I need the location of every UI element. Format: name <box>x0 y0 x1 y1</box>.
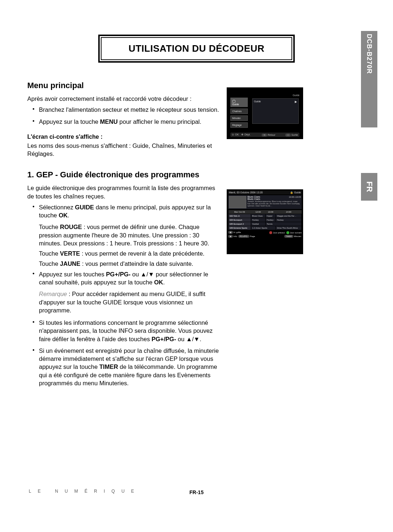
t-bold: TIMER <box>99 363 118 370</box>
page-footer: LE NUMÉRIQUE FR-15 <box>27 488 366 494</box>
t: Appuyez sur les touches <box>39 271 106 277</box>
t-bold: PG+/PG- <box>152 336 176 342</box>
bullet-select-guide: Sélectionnez GUIDE dans le menu principa… <box>32 203 220 220</box>
side-tab-lang: FR <box>361 173 377 201</box>
screenshot-epg: Mardi, 03 Octobre 2006 13:20 🔒 Guide Blu… <box>227 189 303 254</box>
c: Hockey <box>276 218 302 222</box>
lock-icon: 🔒 <box>290 191 293 194</box>
t2: ou ▲/▼. <box>176 336 201 342</box>
screenshot-main-menu: Guide ▢ Guide Chaînes Minuter. Réglage G… <box>227 87 303 139</box>
exit-icon: ☐ <box>285 134 291 137</box>
l: Jour suivant <box>290 232 302 234</box>
bullet-power: Branchez l'alimentation secteur et mette… <box>32 106 220 114</box>
l: Dépl. <box>245 133 250 136</box>
l: Page <box>250 235 255 237</box>
pill-icon: PG+/PG- <box>238 235 249 238</box>
c: 632 Nick Jr. <box>229 214 251 218</box>
timer-pill-icon: TIMER <box>284 235 293 238</box>
ok-icon: ⊙ <box>232 133 234 136</box>
l: Guide <box>232 103 239 106</box>
shot1-side-minuter: Minuter. <box>230 115 248 121</box>
shot1-footer: ⊙OK ✥Dépl. ⟲ Retour ☐ Sortie <box>230 133 299 137</box>
t: Touche <box>39 224 60 230</box>
page-number: FR-15 <box>190 489 204 495</box>
yellow-key-text: Touche JAUNE : vous permet d'atteindre l… <box>39 260 220 268</box>
c: Kipper <box>266 214 276 218</box>
remark: Remarque : Pour accéder rapidement au me… <box>39 290 220 314</box>
c: 633 Eurosport <box>229 218 251 222</box>
shot2-footbar-1: ◉ H. grille Jour préced. Jour suivant <box>228 231 302 234</box>
shot2-date: Mardi, 03 Octobre 2006 13:20 <box>229 191 263 194</box>
l: Minuter. <box>294 235 302 237</box>
section-heading-gep: 1. GEP - Guide électronique des programm… <box>27 170 220 180</box>
screen-shown-text: Les noms des sous-menus s'affichent : Gu… <box>27 142 220 158</box>
c: Blues Clues <box>251 214 265 218</box>
c: Voetbal <box>251 222 265 226</box>
t-bold: VERTE <box>60 250 80 257</box>
t: Sélectionnez <box>39 204 75 210</box>
table-row: 632 Nick Jr. Blues Clues Kipper Maggie a… <box>229 214 302 218</box>
c: Maggie and the Fer… <box>276 214 302 218</box>
shot1-side-chaines: Chaînes <box>230 109 248 114</box>
t2: : vous permet d'atteindre la date suivan… <box>80 260 193 267</box>
page-title-frame: UTILISATION DU DÉCODEUR <box>98 35 295 63</box>
t-bold: ROUGE <box>60 224 82 230</box>
t-bold2: OK <box>154 279 163 285</box>
shot2-footbar-2: ◉ Info PG+/PG- Page TIMER Minuter. <box>228 235 302 237</box>
chevron-right-icon: ▶ <box>295 100 297 103</box>
c: Mar Oct 03 <box>229 210 251 214</box>
intro-text: Après avoir correctement installé et rac… <box>27 95 220 103</box>
shot1-side-guide: ▢ Guide <box>230 98 248 107</box>
side-tab-model: DCB-B270R <box>361 31 377 127</box>
shot2-preview <box>229 196 246 208</box>
t: Touche <box>39 250 60 257</box>
l: Jour préced. <box>273 232 285 234</box>
shot2-prog-title2: Blues Clues <box>247 198 260 200</box>
footer-brand: LE NUMÉRIQUE <box>29 489 140 494</box>
bullet-timer: Si un événement est enregistré pour la c… <box>32 347 220 387</box>
shot2-prog-time: 13:00–13:05 <box>289 196 301 198</box>
remark-label: Remarque <box>39 291 67 297</box>
bullet-pgplus: Appuyez sur les touches PG+/PG- ou ▲/▼ p… <box>32 270 220 287</box>
c: 14:00 <box>276 210 302 214</box>
shot1-panel: Guide ▶ <box>252 98 299 124</box>
t-bold: JAUNE <box>60 260 80 267</box>
shot1-topbar: Guide <box>293 94 299 96</box>
table-row: 635 Eurosport 2 Voetbal Tennis <box>229 222 302 226</box>
green-dot-icon <box>286 231 289 234</box>
l: Guide <box>294 191 301 194</box>
c: Tennis <box>266 222 302 226</box>
l: OK <box>235 133 239 136</box>
c: 13:00 <box>266 210 276 214</box>
t3: . <box>163 279 165 285</box>
green-key-text: Touche VERTE : vous permet de revenir à … <box>39 249 220 257</box>
t2: : vous permet de revenir à la date précé… <box>80 250 205 257</box>
shot2-prog-desc: Joseph, kinderprogramma. Blue is erg ond… <box>247 200 301 207</box>
red-dot-icon <box>269 231 272 234</box>
t-bold: PG+/PG- <box>106 271 130 277</box>
pill-icon: ◉ <box>228 231 233 234</box>
table-row: 639 Extreme Sports 1-2 Action Sports Dri… <box>229 226 302 230</box>
c: Hockey <box>251 218 265 222</box>
screen-shown-label: L'écran ci-contre s'affiche : <box>27 134 220 140</box>
c: Drive Thru South Africa <box>276 226 302 230</box>
t: Touche <box>39 260 60 267</box>
section-heading-menu-principal: Menu principal <box>27 81 220 90</box>
table-row: 633 Eurosport Hockey Hockey Hockey <box>229 218 302 222</box>
bullet-press-menu: Appuyez sur la touche MENU pour afficher… <box>32 118 220 126</box>
t-bold2: OK <box>59 212 68 218</box>
c: 12:00 <box>251 210 265 214</box>
c: Hockey <box>266 218 276 222</box>
page-title: UTILISATION DU DÉCODEUR <box>101 37 292 60</box>
l: Sortie <box>291 134 298 136</box>
pill-icon: ◉ <box>228 235 233 238</box>
bullet-press-menu-a: Appuyez sur la touche <box>39 118 100 125</box>
red-key-text: Touche ROUGE : vous permet de définir un… <box>39 223 220 247</box>
shot2-grid: Mar Oct 03 12:00 13:00 14:00 632 Nick Jr… <box>228 210 302 230</box>
l: Retour <box>268 134 275 136</box>
arrows-icon: ✥ <box>241 133 243 136</box>
bullet-info-scroll: Si toutes les informations concernant le… <box>32 319 220 343</box>
l: Guide <box>254 100 261 103</box>
t3: . <box>68 212 70 218</box>
l: H. grille <box>234 231 241 233</box>
